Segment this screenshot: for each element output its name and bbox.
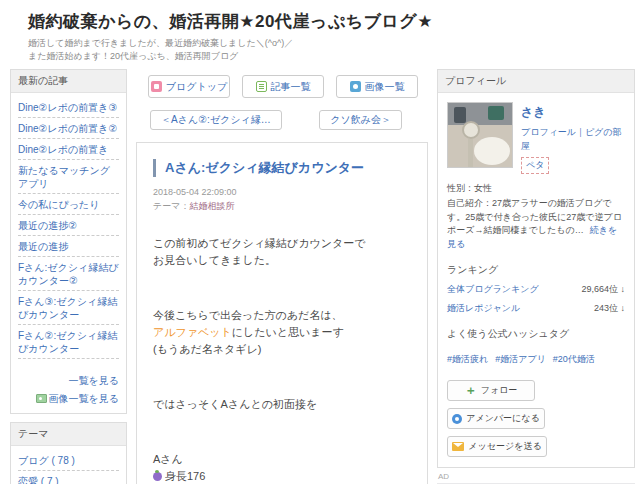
theme-link[interactable]: 恋愛 ( 7 ) [18,471,119,484]
profile-gender: 性別：女性 [447,182,625,195]
theme-link[interactable]: ブログ ( 78 ) [18,450,119,471]
peta-button[interactable]: ペタ [521,157,549,174]
ranking-title: ランキング [447,263,625,277]
profile-photo[interactable] [447,102,513,168]
blog-subtitle-line1: 婚活して婚約まで行きましたが、最近婚約破棄しました＼(^o^)／ [28,37,630,50]
latest-list-links: 一覧を見る 画像一覧を見る [11,365,126,413]
next-article-button[interactable]: クソ飲み会＞ [319,110,402,130]
latest-article-link[interactable]: Dine②レポの前置き③ [18,97,119,118]
blog-subtitle-line2: また婚活始めます！20代崖っぷち、婚活再開ブログ [28,50,630,63]
profile-page-link[interactable]: プロフィール [521,127,576,137]
latest-articles-list: Dine②レポの前置き③ Dine②レポの前置き② Dine②レポの前置き 新た… [11,93,126,365]
right-sidebar: プロフィール さき [437,69,635,484]
body-line: アルファベットにしたいと思いまーす [153,324,411,341]
overall-ranking-link[interactable]: 全体ブログランキング [447,283,539,296]
plus-icon: ＋ [465,382,477,399]
body-line: ではさっそくAさんとの初面接を [153,396,411,413]
article-body: この前初めてゼクシィ縁結びカウンターで お見合いしてきました。 今後こちらで出会… [153,235,411,484]
blog-toolbar: ブログトップ 記事一覧 画像一覧 [136,69,428,98]
body-line: (もうあだ名ネタギレ) [153,341,411,358]
profile-box: プロフィール さき [437,69,635,468]
follow-button[interactable]: ＋ フォロー [447,380,535,401]
blog-top-icon [151,81,162,92]
latest-articles-box: 最新の記事 Dine②レポの前置き③ Dine②レポの前置き② Dine②レポの… [10,69,127,414]
article-theme-row: テーマ：結婚相談所 [153,200,411,214]
latest-article-link[interactable]: 最近の進捗② [18,215,119,236]
article-theme-link[interactable]: 結婚相談所 [189,201,234,211]
latest-article-link[interactable]: Fさん②:ゼクシィ縁結びカウンター [18,325,119,359]
blog-title: 婚約破棄からの、婚活再開★20代崖っぷちブログ★ [28,10,630,33]
grape-icon [153,472,162,481]
blog-subtitle: 婚活して婚約まで行きましたが、最近婚約破棄しました＼(^o^)／ また婚活始めま… [28,37,630,63]
article-date: 2018-05-04 22:09:00 [153,186,411,200]
hashtag-link[interactable]: #婚活疲れ [447,354,488,364]
article-box: Aさん:ゼクシィ縁結びカウンター 2018-05-04 22:09:00 テーマ… [136,142,428,484]
latest-article-link[interactable]: Dine②レポの前置き [18,139,119,160]
profile-top: さき プロフィール｜ピグの部屋 ペタ [447,102,625,174]
hashtag-list: #婚活疲れ#婚活アプリ#20代婚活 [447,348,625,366]
ad-label: AD [438,472,635,481]
overall-ranking-value: 29,664位 ↓ [581,283,625,296]
article-title: Aさん:ゼクシィ縁結びカウンター [153,159,411,177]
latest-article-link[interactable]: Fさん:ゼクシィ縁結びカウンター② [18,257,119,291]
amember-icon [452,414,462,424]
blog-page: 婚約破棄からの、婚活再開★20代崖っぷちブログ★ 婚活して婚約まで行きましたが、… [0,0,640,484]
columns: 最新の記事 Dine②レポの前置き③ Dine②レポの前置き② Dine②レポの… [0,69,640,484]
profile-buttons: ＋ フォロー アメンバーになる メッセージを送る [447,380,625,457]
themes-list: ブログ ( 78 ) 恋愛 ( 7 ) 婚活 ( 24 ) ネット婚活 ( 78… [11,446,126,484]
profile-intro: 自己紹介：27歳アラサーの婚活ブログです。25歳で付き合った彼氏に27歳で逆プロ… [447,197,625,251]
body-line: この前初めてゼクシィ縁結びカウンターで [153,235,411,252]
profile-name-link[interactable]: さき [521,105,546,119]
envelope-icon [452,442,464,451]
latest-article-link[interactable]: Dine②レポの前置き② [18,118,119,139]
latest-article-link[interactable]: 最近の進捗 [18,236,119,257]
hashtag-link[interactable]: #20代婚活 [553,354,595,364]
themes-box: テーマ ブログ ( 78 ) 恋愛 ( 7 ) 婚活 ( 24 ) ネット婚活 … [10,422,127,484]
latest-articles-title: 最新の記事 [11,70,126,93]
main-column: ブログトップ 記事一覧 画像一覧 ＜Aさん②:ゼクシィ縁… クソ飲み会＞ Aさん… [136,69,428,484]
article-meta: 2018-05-04 22:09:00 テーマ：結婚相談所 [153,186,411,213]
spec-line: 身長176 [153,468,411,484]
view-image-list-link[interactable]: 画像一覧を見る [36,392,119,406]
body-line: 今後こちらで出会った方のあだ名は、 [153,307,411,324]
genre-ranking-value: 243位 ↓ [594,302,625,315]
hashtag-title: よく使う公式ハッシュタグ [447,327,625,341]
latest-article-link[interactable]: 今の私にぴったり [18,194,119,215]
profile-box-title: プロフィール [438,70,634,93]
blog-header: 婚約破棄からの、婚活再開★20代崖っぷちブログ★ 婚活して婚約まで行きましたが、… [0,0,640,69]
profile-links: プロフィール｜ピグの部屋 [521,126,625,153]
article-list-icon [256,81,267,92]
article-theme-label: テーマ： [153,201,189,211]
nickname-highlight: アルファベット [153,326,232,338]
body-line: お見合いしてきました。 [153,252,411,269]
body-line: Aさん [153,451,411,468]
ranking-row: 婚活レポジャンル 243位 ↓ [447,302,625,315]
latest-article-link[interactable]: Fさん③:ゼクシィ縁結びカウンター [18,291,119,325]
blog-top-button[interactable]: ブログトップ [148,75,230,98]
ranking-row: 全体ブログランキング 29,664位 ↓ [447,283,625,296]
profile-id: さき プロフィール｜ピグの部屋 ペタ [521,102,625,174]
image-list-button[interactable]: 画像一覧 [336,75,418,98]
left-sidebar: 最新の記事 Dine②レポの前置き③ Dine②レポの前置き② Dine②レポの… [10,69,127,484]
themes-title: テーマ [11,423,126,446]
camera-icon [350,81,361,92]
genre-ranking-link[interactable]: 婚活レポジャンル [447,302,520,315]
amember-button[interactable]: アメンバーになる [447,408,545,429]
prev-article-button[interactable]: ＜Aさん②:ゼクシィ縁… [150,110,282,130]
article-list-button[interactable]: 記事一覧 [242,75,324,98]
hashtag-link[interactable]: #婚活アプリ [495,354,546,364]
profile-body: さき プロフィール｜ピグの部屋 ペタ 性別：女性 自己紹介：27歳アラサーの婚活… [438,93,634,467]
view-all-articles-link[interactable]: 一覧を見る [69,374,119,388]
latest-article-link[interactable]: 新たなるマッチングアプリ [18,160,119,194]
article-pager: ＜Aさん②:ゼクシィ縁… クソ飲み会＞ [136,98,428,130]
image-list-icon [36,394,47,403]
send-message-button[interactable]: メッセージを送る [447,436,547,457]
